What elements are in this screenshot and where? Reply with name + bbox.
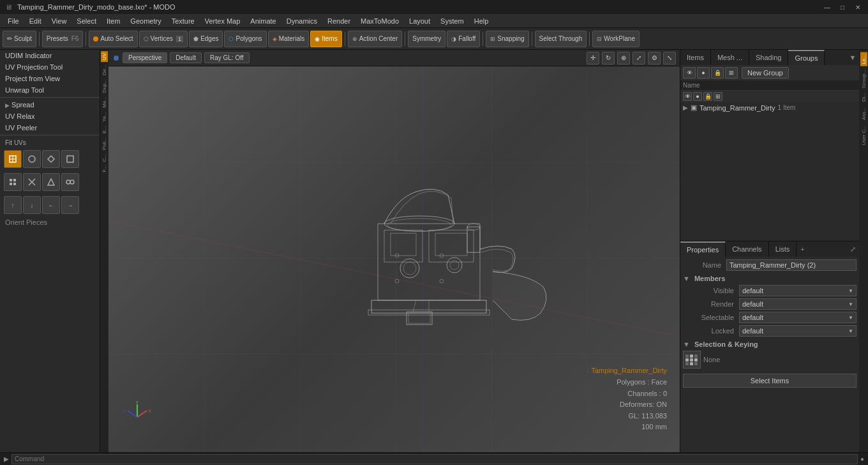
list-item[interactable]: ▶ ▣ Tamping_Rammer_Dirty 1 Item [680,102,859,113]
tab-mesh[interactable]: Mesh ... [711,50,749,65]
select-through-button[interactable]: Select Through [535,31,587,47]
viewport-canvas[interactable]: Tamping_Rammer_Dirty Polygons : Face Cha… [108,66,680,452]
tab-items[interactable]: Items [680,50,711,65]
items-button[interactable]: ◉ Items [310,31,341,47]
command-input[interactable] [11,454,858,464]
item-lock-btn[interactable]: 🔒 [703,92,712,101]
arrow-left-btn[interactable]: ← [42,196,60,214]
locked-dropdown[interactable]: default ▼ [739,325,857,337]
select-items-button[interactable]: Select Items [683,374,857,388]
selectable-dropdown[interactable]: default ▼ [739,312,857,323]
left-icon-btn-8[interactable] [61,173,79,191]
fit-uvs-item[interactable]: Fit UVs [0,137,100,148]
maximize-button[interactable]: □ [837,2,848,12]
minimize-button[interactable]: — [822,2,832,12]
tab-channels[interactable]: Channels [726,241,768,257]
menu-texture[interactable]: Texture [167,16,200,26]
rt-btn-lock[interactable]: 🔒 [711,67,724,79]
menu-render[interactable]: Render [322,16,355,26]
item-extra-btn[interactable]: ⊞ [714,92,722,101]
right-side-tab-group[interactable]: Group... [860,68,867,90]
falloff-button[interactable]: ◑ Falloff [447,31,480,47]
menu-layout[interactable]: Layout [404,16,435,26]
tab-lists[interactable]: Lists [769,241,797,257]
vp-fit-icon[interactable]: ⤢ [632,52,645,65]
menu-help[interactable]: Help [469,16,494,26]
narrow-tab-dup[interactable]: Dup... [101,78,108,94]
narrow-tab-e[interactable]: E... [101,125,108,135]
menu-maxtomodo[interactable]: MaxToModo [355,16,404,26]
vp-settings-icon[interactable]: ⚙ [648,52,661,65]
presets-button[interactable]: Presets F6 [42,31,84,47]
rt-btn-extra[interactable]: ⊞ [725,67,738,79]
vp-tab-perspective[interactable]: Perspective [123,52,167,63]
vp-tab-raygl[interactable]: Ray GL: Off [204,52,250,63]
uv-peeler-item[interactable]: UV Peeler [0,122,100,133]
left-icon-btn-3[interactable] [42,150,60,168]
close-button[interactable]: ✕ [853,2,863,12]
vp-move-icon[interactable]: ✛ [587,52,599,65]
left-icon-btn-6[interactable] [23,173,41,191]
narrow-tab-poli[interactable]: Poli... [101,136,108,151]
tab-properties[interactable]: Properties [680,241,726,257]
right-side-tab-di[interactable]: Di... [860,91,867,103]
vertices-button[interactable]: ⬡ Vertices 1 [139,31,188,47]
workplane-button[interactable]: ⊟ WorkPlane [592,31,640,47]
add-tab-button[interactable]: + [798,245,807,253]
materials-button[interactable]: ◈ Materials [268,31,310,47]
name-input[interactable] [726,259,857,271]
menu-animate[interactable]: Animate [245,16,281,26]
vp-rotate-icon[interactable]: ↻ [602,52,615,65]
menu-file[interactable]: File [3,16,24,26]
menu-edit[interactable]: Edit [24,16,47,26]
uv-projection-item[interactable]: UV Projection Tool [0,61,100,73]
menu-geometry[interactable]: Geometry [125,16,166,26]
right-top-expand-icon[interactable]: ▼ [846,51,859,64]
spread-item[interactable]: ▶ Spread [0,99,100,111]
arrow-right-btn[interactable]: → [61,196,79,214]
menu-dynamics[interactable]: Dynamics [281,16,322,26]
auto-select-button[interactable]: Auto Select [89,31,137,47]
left-icon-btn-2[interactable] [23,150,41,168]
polygons-button[interactable]: ⬡ Polygons [224,31,266,47]
narrow-tab-ye[interactable]: Ye... [101,111,108,123]
item-render-btn[interactable]: ● [693,92,702,101]
left-icon-btn-5[interactable] [4,173,22,191]
rt-btn-eye[interactable]: 👁 [683,67,696,79]
udim-indicator-item[interactable]: UDIM Indicator [0,50,100,61]
action-center-button[interactable]: ⊕ Action Center [348,31,403,47]
symmetry-button[interactable]: Symmetry [408,31,445,47]
vp-expand-icon[interactable]: ⤡ [663,52,676,65]
edges-button[interactable]: ⬟ Edges [189,31,223,47]
snapping-button[interactable]: ⊞ Snapping [486,31,528,47]
arrow-down-btn[interactable]: ↓ [23,196,41,214]
vp-zoom-icon[interactable]: ⊕ [617,52,630,65]
rt-btn-render[interactable]: ● [697,67,710,79]
left-icon-btn-1[interactable] [4,150,22,168]
menu-select[interactable]: Select [71,16,101,26]
narrow-tab-f[interactable]: F... [101,164,108,174]
vp-tab-default[interactable]: Default [170,52,202,63]
tab-groups[interactable]: Groups [788,50,825,65]
menu-view[interactable]: View [47,16,72,26]
uv-relax-item[interactable]: UV Relax [0,111,100,122]
menu-system[interactable]: System [435,16,469,26]
right-side-tab-userc[interactable]: User C... [860,123,867,148]
narrow-tab-uv[interactable]: UV [101,51,108,62]
project-from-view-item[interactable]: Project from View [0,73,100,84]
left-icon-btn-7[interactable] [42,173,60,191]
render-dropdown[interactable]: default ▼ [739,298,857,310]
right-side-tab-lo[interactable]: Lo... [860,52,867,66]
new-group-button[interactable]: New Group [742,67,789,79]
narrow-tab-de[interactable]: De... [101,63,108,77]
right-side-tab-ass[interactable]: Ass... [860,105,867,122]
narrow-tab-me[interactable]: Me... [101,95,108,109]
viewport[interactable]: Perspective Default Ray GL: Off ✛ ↻ ⊕ ⤢ … [108,50,680,465]
tab-shading[interactable]: Shading [749,50,788,65]
unwrap-tool-item[interactable]: Unwrap Tool [0,84,100,96]
narrow-tab-c[interactable]: C... [101,153,108,163]
sculpt-button[interactable]: ✏ Sculpt [3,31,36,47]
menu-item[interactable]: Item [101,16,125,26]
visible-dropdown[interactable]: default ▼ [739,285,857,296]
arrow-up-btn[interactable]: ↑ [4,196,22,214]
